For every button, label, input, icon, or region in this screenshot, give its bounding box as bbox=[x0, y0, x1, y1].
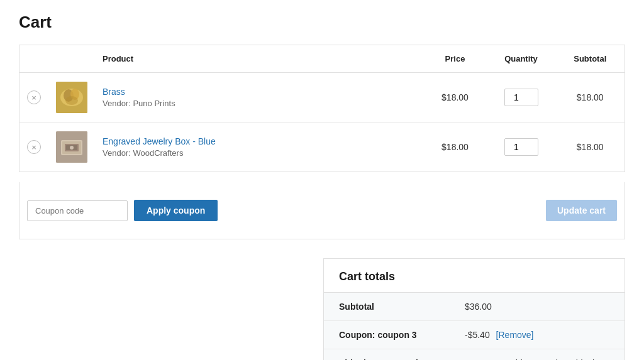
vendor-jewelry: Vendor: WoodCrafters bbox=[103, 148, 416, 158]
coupon-remove-link[interactable]: [Remove] bbox=[496, 330, 534, 340]
apply-coupon-button[interactable]: Apply coupon bbox=[134, 200, 218, 221]
page-title: Cart bbox=[19, 13, 625, 32]
quantity-brass[interactable] bbox=[504, 89, 538, 106]
totals-shipping-puno-value: Enter your address to view shipping opti… bbox=[450, 349, 625, 361]
col-header-quantity: Quantity bbox=[487, 45, 556, 73]
cart-lower: Cart totals Subtotal $36.00 Coupon: coup… bbox=[19, 258, 625, 360]
col-header-subtotal: Subtotal bbox=[556, 45, 625, 73]
totals-coupon-row: Coupon: coupon 3 -$5.40 [Remove] bbox=[324, 321, 625, 349]
price-brass: $18.00 bbox=[441, 92, 469, 102]
coupon-discount: -$5.40 bbox=[465, 330, 490, 340]
col-header-price: Price bbox=[424, 45, 487, 73]
totals-shipping-puno-label: Shipping: Puno Prints Only $7.00 away fr… bbox=[324, 349, 450, 361]
totals-subtotal-row: Subtotal $36.00 bbox=[324, 293, 625, 321]
col-header-image bbox=[48, 45, 95, 73]
totals-subtotal-label: Subtotal bbox=[324, 293, 450, 321]
totals-coupon-value: -$5.40 [Remove] bbox=[450, 321, 625, 349]
brass-thumb-svg bbox=[56, 82, 87, 113]
subtotal-jewelry: $18.00 bbox=[577, 142, 604, 152]
quantity-jewelry[interactable] bbox=[504, 138, 538, 156]
coupon-input[interactable] bbox=[27, 200, 128, 221]
col-header-remove bbox=[19, 45, 49, 73]
product-image-brass bbox=[56, 82, 87, 113]
cart-table: Product Price Quantity Subtotal × bbox=[19, 45, 625, 172]
totals-coupon-label: Coupon: coupon 3 bbox=[324, 321, 450, 349]
subtotal-brass: $18.00 bbox=[577, 92, 604, 102]
update-cart-button[interactable]: Update cart bbox=[546, 200, 617, 221]
cart-totals-title: Cart totals bbox=[324, 259, 625, 293]
table-row: × Brass Vendor: Puno Prints $ bbox=[19, 73, 625, 123]
coupon-section: Apply coupon bbox=[27, 191, 218, 230]
product-link-brass[interactable]: Brass bbox=[103, 87, 416, 97]
svg-point-4 bbox=[65, 96, 78, 105]
col-header-product: Product bbox=[95, 45, 424, 73]
cart-totals-box: Cart totals Subtotal $36.00 Coupon: coup… bbox=[323, 258, 625, 360]
table-row: × Engraved Jewelry Box - Blue Vendor: bbox=[19, 123, 625, 172]
remove-jewelry-button[interactable]: × bbox=[27, 140, 41, 154]
vendor-brass: Vendor: Puno Prints bbox=[103, 99, 416, 108]
remove-brass-button[interactable]: × bbox=[27, 90, 41, 104]
totals-table: Subtotal $36.00 Coupon: coupon 3 -$5.40 … bbox=[324, 293, 625, 360]
svg-point-10 bbox=[70, 146, 74, 150]
product-link-jewelry[interactable]: Engraved Jewelry Box - Blue bbox=[103, 136, 416, 146]
product-image-jewelry bbox=[56, 131, 87, 163]
coupon-actions-row: Apply coupon Update cart bbox=[19, 182, 625, 239]
totals-shipping-puno-row: Shipping: Puno Prints Only $7.00 away fr… bbox=[324, 349, 625, 361]
totals-subtotal-value: $36.00 bbox=[450, 293, 625, 321]
price-jewelry: $18.00 bbox=[441, 142, 469, 152]
jewelry-thumb-svg bbox=[56, 131, 87, 163]
